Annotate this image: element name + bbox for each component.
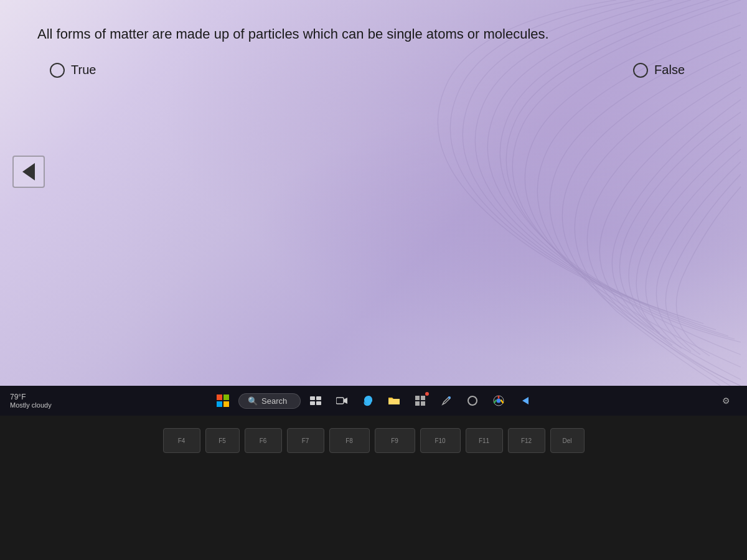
radio-true[interactable]	[50, 63, 65, 78]
chrome-icon	[493, 395, 504, 406]
taskbar-search[interactable]: 🔍 Search	[238, 393, 301, 409]
taskbar-center: 🔍 Search	[211, 389, 536, 413]
notification-badge	[425, 392, 429, 396]
apps-grid-icon	[415, 396, 425, 406]
quiz-screen: .wave-line { fill: none; stroke: rgba(10…	[0, 0, 747, 386]
folder-icon	[388, 396, 400, 406]
svg-rect-1	[316, 396, 321, 400]
taskbar-right-icons: ⚙	[715, 390, 737, 412]
svg-point-9	[497, 399, 501, 403]
svg-rect-6	[388, 399, 400, 404]
cortana-button[interactable]	[461, 390, 484, 412]
svg-marker-5	[344, 398, 347, 404]
question-area: All forms of matter are made up of parti…	[37, 25, 722, 78]
key-del[interactable]: Del	[550, 428, 585, 453]
pen-icon	[441, 396, 451, 406]
windows-start-button[interactable]	[211, 389, 235, 413]
svg-rect-3	[316, 401, 321, 405]
camera-button[interactable]	[331, 390, 353, 412]
question-text: All forms of matter are made up of parti…	[37, 25, 722, 44]
svg-line-12	[501, 400, 504, 404]
cortana-icon	[467, 396, 477, 406]
key-f10[interactable]: F10	[420, 428, 461, 453]
settings-gear-icon: ⚙	[722, 396, 730, 406]
svg-rect-2	[310, 401, 315, 405]
key-f11[interactable]: F11	[466, 428, 503, 453]
edge-icon	[362, 395, 374, 406]
taskbar-weather: 79°F Mostly cloudy	[10, 393, 52, 409]
key-f4[interactable]: F4	[163, 428, 200, 453]
svg-line-11	[494, 400, 497, 404]
option-true-label: True	[71, 63, 96, 77]
svg-point-7	[448, 396, 451, 399]
svg-rect-4	[336, 398, 344, 404]
key-f6[interactable]: F6	[245, 428, 282, 453]
key-f9[interactable]: F9	[375, 428, 415, 453]
file-explorer-button[interactable]	[383, 390, 405, 412]
key-f12[interactable]: F12	[508, 428, 545, 453]
radio-false[interactable]	[633, 63, 648, 78]
chrome-button[interactable]	[487, 390, 510, 412]
task-view-button[interactable]	[304, 390, 327, 412]
settings-button[interactable]: ⚙	[715, 390, 737, 412]
camera-icon	[336, 396, 347, 406]
back-nav-button[interactable]	[514, 390, 536, 412]
keyboard-area: F4 F5 F6 F7 F8 F9 F10 F11 F12 Del	[0, 416, 747, 560]
task-view-icon	[310, 396, 321, 405]
svg-marker-13	[522, 397, 529, 404]
back-arrow-icon	[22, 163, 35, 180]
options-row: True False	[37, 63, 722, 78]
search-icon: 🔍	[248, 396, 258, 406]
edge-button[interactable]	[357, 390, 379, 412]
option-false[interactable]: False	[633, 63, 685, 78]
weather-temp: 79°F	[10, 393, 52, 401]
pen-button[interactable]	[435, 390, 458, 412]
windows-logo-icon	[217, 394, 229, 407]
search-label: Search	[261, 396, 287, 406]
key-f7[interactable]: F7	[287, 428, 324, 453]
back-nav-icon	[520, 396, 530, 406]
back-button[interactable]	[12, 156, 45, 188]
svg-rect-0	[310, 396, 315, 400]
option-false-label: False	[654, 63, 685, 77]
option-true[interactable]: True	[50, 63, 96, 78]
key-f5[interactable]: F5	[205, 428, 240, 453]
apps-grid-button[interactable]	[409, 390, 431, 412]
weather-description: Mostly cloudy	[10, 401, 52, 409]
taskbar: 79°F Mostly cloudy 🔍 Search	[0, 386, 747, 416]
key-f8[interactable]: F8	[329, 428, 370, 453]
